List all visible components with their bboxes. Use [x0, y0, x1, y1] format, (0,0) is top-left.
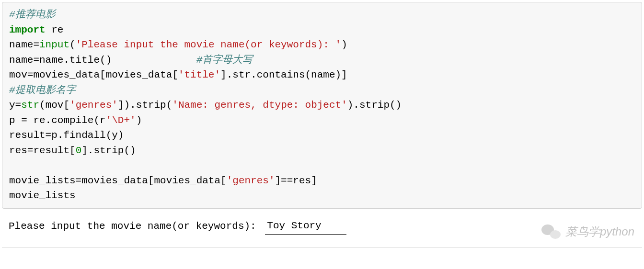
code-text: ) — [341, 39, 347, 50]
code-text: ]).strip( — [118, 100, 172, 111]
keyword-import: import — [9, 24, 46, 35]
code-text: name= — [9, 39, 39, 50]
code-text: y= — [9, 100, 21, 111]
code-line-5: mov=movies_data[movies_data['title'].str… — [9, 67, 635, 83]
code-line-9: result=p.findall(y) — [9, 128, 635, 143]
string-literal: 'title' — [178, 69, 220, 80]
code-text: movie_lists — [9, 190, 76, 201]
code-line-4: name=name.title() #首字母大写 — [9, 53, 635, 68]
module-name: re — [46, 24, 64, 35]
code-text: mov=movies_data[movies_data[ — [9, 69, 178, 80]
code-line-11 — [9, 158, 635, 173]
code-text: name=name.title() — [9, 55, 196, 66]
user-input-field[interactable]: Toy Story — [265, 218, 346, 235]
watermark: 菜鸟学python — [541, 223, 634, 240]
code-text: (mov[ — [39, 100, 69, 111]
code-line-13: movie_lists — [9, 188, 635, 203]
string-literal: 'Please input the movie name(or keywords… — [76, 39, 342, 50]
rawstring-prefix: r — [100, 115, 106, 126]
code-text: p = re.compile( — [9, 115, 100, 126]
builtin-str: str — [21, 100, 39, 111]
string-literal: 'genres' — [227, 175, 275, 186]
comment: #首字母大写 — [196, 55, 253, 66]
code-cell: #推荐电影 import re name=input('Please input… — [2, 2, 642, 209]
code-line-3: name=input('Please input the movie name(… — [9, 37, 635, 53]
code-text: ]==res] — [275, 175, 317, 186]
code-text: ].str.contains(name)] — [220, 69, 347, 80]
string-literal: 'genres' — [69, 100, 118, 111]
wechat-icon — [541, 224, 561, 240]
code-line-6: #提取电影名字 — [9, 83, 635, 98]
number-literal: 0 — [76, 145, 82, 156]
code-text: res=result[ — [9, 145, 76, 156]
divider — [2, 247, 642, 247]
code-text: movie_lists=movies_data[movies_data[ — [9, 175, 227, 186]
code-line-2: import re — [9, 22, 635, 38]
comment: #推荐电影 — [9, 9, 56, 20]
code-line-10: res=result[0].strip() — [9, 143, 635, 158]
prompt-label: Please input the movie name(or keywords)… — [9, 219, 262, 234]
code-text: ).strip() — [347, 100, 402, 111]
code-line-8: p = re.compile(r'\D+') — [9, 113, 635, 128]
code-line-12: movie_lists=movies_data[movies_data['gen… — [9, 173, 635, 189]
code-text: ) — [136, 115, 142, 126]
code-text: ].strip() — [81, 145, 136, 156]
string-literal: '\D+' — [106, 115, 136, 126]
builtin-input: input — [39, 39, 69, 50]
code-line-1: #推荐电影 — [9, 7, 635, 22]
code-text: ( — [69, 39, 76, 50]
watermark-text: 菜鸟学python — [565, 223, 634, 240]
comment: #提取电影名字 — [9, 85, 76, 96]
code-text: result=p.findall(y) — [9, 130, 124, 141]
code-line-7: y=str(mov['genres']).strip('Name: genres… — [9, 98, 635, 113]
string-literal: 'Name: genres, dtype: object' — [172, 100, 347, 111]
